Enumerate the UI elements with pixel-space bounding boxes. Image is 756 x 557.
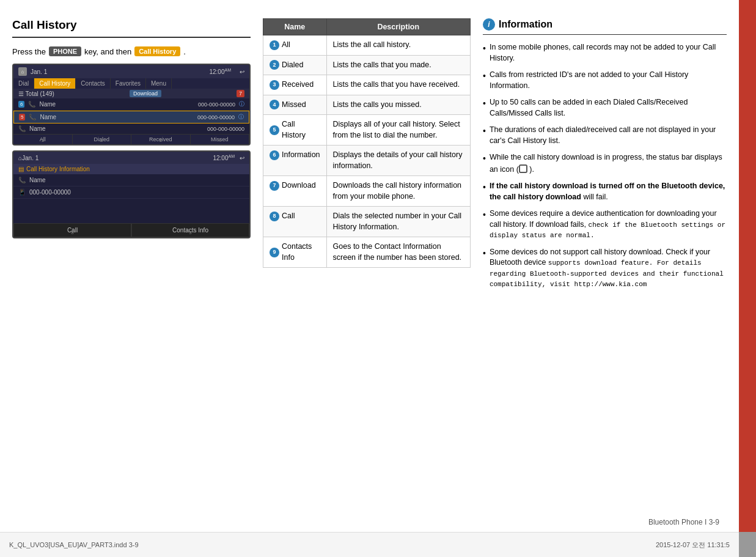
then-text: key, and then — [84, 47, 131, 56]
screen2-top: ⌂ Jan. 1 12:00AM ↩ — [13, 152, 249, 164]
info-header-text: Information — [499, 19, 552, 30]
table-cell-desc: Displays the details of your call histor… — [326, 146, 470, 176]
row1-info-icon: ⓘ — [239, 100, 244, 108]
sbt-received[interactable]: Received3 — [131, 135, 191, 144]
row-number-badge: 4 — [270, 100, 279, 109]
row2-name: Name — [40, 114, 56, 120]
screen1-container: ⌂ Jan. 1 12:00AM ↩ Dial Call History Con… — [12, 64, 251, 146]
info-list-item: The durations of each dialed/received ca… — [483, 125, 727, 146]
tab-contacts[interactable]: Contacts — [76, 78, 110, 89]
table-row: 4 Missed Lists the calls you missed. — [263, 95, 471, 115]
table-cell-desc: Lists the all call history. — [326, 35, 470, 56]
table-cell-desc: Downloads the call history information f… — [326, 176, 470, 207]
contacts-info-button[interactable]: Contacts Info 9 — [131, 223, 249, 237]
info-list-item: If the call history download is turned o… — [483, 181, 727, 202]
info-item-text: Calls from restricted ID's are not added… — [490, 70, 727, 91]
row2-number: 000-000-00000 — [197, 114, 235, 120]
table-cell-desc: Goes to the Contact Information screen i… — [326, 237, 470, 268]
row-name-text: Contacts Info — [282, 242, 320, 263]
left-column: Call History Press the PHONE key, and th… — [12, 18, 251, 520]
table-cell-name: 6 Information — [263, 146, 327, 176]
info-header: i Information — [483, 18, 727, 35]
screen2-container: ⌂ Jan. 1 12:00AM ↩ ▤ Call History Inform… — [12, 150, 251, 238]
info-item-text: While the call history download is in pr… — [490, 152, 727, 175]
table-cell-desc: Lists the calls that you have received. — [326, 75, 470, 95]
info-list-item: Some devices require a device authentica… — [483, 208, 727, 241]
section-title-text: Call History — [12, 18, 77, 32]
tab-menu[interactable]: Menu — [146, 78, 172, 89]
info-list-item: In some mobile phones, call records may … — [483, 42, 727, 64]
screen1-total: ☰ Total (149) — [18, 90, 54, 97]
screen2-tab-bar: ▤ Call History Information — [13, 164, 249, 174]
info-list-item: Up to 50 calls can be added in each Dial… — [483, 97, 727, 119]
download-button[interactable]: Download — [130, 90, 161, 97]
sbt-all[interactable]: All1 — [13, 135, 73, 144]
screen1-bottom-tabs: All1 Dialed2 Received3 Missed4 — [13, 135, 249, 144]
table-cell-name: 3 Received — [263, 75, 327, 95]
row1-number: 000-000-00000 — [198, 101, 235, 108]
row1-name: Name — [39, 101, 56, 108]
middle-column: Name Description 1 All Lists the all cal… — [263, 18, 471, 520]
tab-call-history[interactable]: Call History — [34, 78, 76, 89]
screen2-date: Jan. 1 — [22, 155, 39, 161]
screen2-back-icon: ↩ — [240, 155, 244, 161]
row-name-text: Download — [282, 180, 316, 191]
table-row: 8 Call Dials the selected number in your… — [263, 207, 471, 237]
table-cell-name: 4 Missed — [263, 95, 327, 115]
page-number: Bluetooth Phone I 3-9 — [648, 518, 719, 526]
table-row: 5 Call History Displays all of your call… — [263, 115, 471, 146]
info-list-item: Calls from restricted ID's are not added… — [483, 70, 727, 91]
table-cell-desc: Displays all of your call history. Selec… — [326, 115, 470, 146]
info-item-text: Some devices require a device authentica… — [490, 208, 727, 241]
table-row: 6 Information Displays the details of yo… — [263, 146, 471, 176]
screen-row-1: 6 📞 Name 000-000-00000 ⓘ — [13, 98, 249, 111]
sbt-dialed[interactable]: Dialed2 — [73, 135, 132, 144]
screen2-row1: 📞 Name — [13, 174, 249, 186]
table-cell-name: 7 Download — [263, 176, 327, 207]
row3-name: Name — [29, 125, 46, 132]
gray-sidebar — [739, 532, 756, 557]
screen1-top: ⌂ Jan. 1 12:00AM ↩ — [13, 65, 249, 78]
info-list: In some mobile phones, call records may … — [483, 42, 727, 290]
row3-number: 000-000-00000 — [207, 126, 244, 132]
date-info-right: 2015-12-07 오전 11:31:5 — [656, 540, 730, 550]
screen2-tab-label: Call History Information — [26, 166, 90, 172]
sbt-missed[interactable]: Missed4 — [191, 135, 250, 144]
call-button[interactable]: Call 8 — [13, 223, 131, 237]
table-cell-desc: Lists the calls you missed. — [326, 95, 470, 115]
screen-row-2: 5 📞 Name 000-000-00000 ⓘ — [13, 111, 249, 124]
tab-dial[interactable]: Dial — [13, 78, 34, 89]
phone-key-badge: PHONE — [49, 46, 81, 56]
row3-phone-icon: 📞 — [18, 125, 26, 132]
row-number-badge: 1 — [270, 40, 279, 50]
table-cell-name: 8 Call — [263, 207, 327, 237]
info-item-text: Up to 50 calls can be added in each Dial… — [490, 97, 727, 119]
row-number-badge: 2 — [270, 60, 279, 70]
table-cell-name: 5 Call History — [263, 115, 327, 146]
row1-phone-icon2: 📞 — [18, 177, 26, 183]
screen-row-3: 📞 Name 000-000-00000 — [13, 124, 249, 135]
info-item-text: The durations of each dialed/received ca… — [490, 125, 727, 146]
row-number-badge: 5 — [270, 125, 279, 135]
red-sidebar — [739, 0, 756, 532]
info-table: Name Description 1 All Lists the all cal… — [263, 18, 471, 268]
row-number-badge: 7 — [270, 181, 279, 191]
section-title: Call History — [12, 18, 251, 38]
table-row: 3 Received Lists the calls that you have… — [263, 75, 471, 95]
row2-number2: 000-000-00000 — [29, 189, 71, 196]
press-instruction: Press the PHONE key, and then Call Histo… — [12, 46, 251, 56]
row-number-badge: 3 — [270, 80, 279, 90]
number-5-badge: 5 — [19, 114, 25, 120]
info-icon-circle: i — [483, 18, 495, 31]
row2-phone-icon: 📞 — [29, 114, 36, 120]
row-name-text: Dialed — [282, 60, 303, 71]
row-number-badge: 9 — [270, 248, 279, 257]
back-icon: ↩ — [240, 68, 244, 75]
info-list-item: While the call history download is in pr… — [483, 152, 727, 175]
home-icon: ⌂ — [18, 67, 27, 76]
tab-favorites[interactable]: Favorites — [111, 78, 146, 89]
number-7-badge: 7 — [237, 90, 244, 97]
table-cell-name: 2 Dialed — [263, 55, 327, 75]
screen1-info-bar: ☰ Total (149) Download 7 — [13, 89, 249, 98]
row-name-text: Call History — [282, 119, 320, 141]
